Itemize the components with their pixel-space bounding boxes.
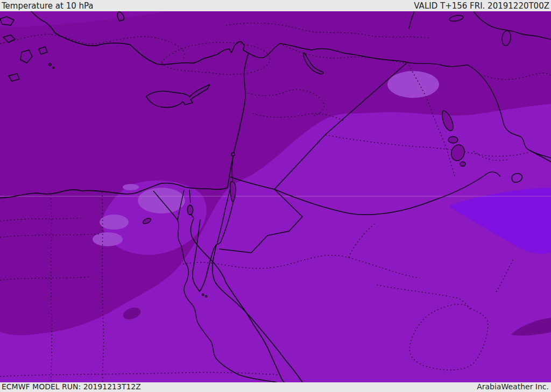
top-bar: Temperature at 10 hPa VALID T+156 FRI. 2… <box>0 0 551 11</box>
weather-map-screenshot: Temperature at 10 hPa VALID T+156 FRI. 2… <box>0 0 551 392</box>
temperature-bands <box>0 11 551 382</box>
valid-time-label: VALID T+156 FRI. 20191220T00Z <box>414 2 549 10</box>
map-canvas <box>0 11 551 382</box>
credit-label: ArabiaWeather Inc. <box>477 383 549 390</box>
forecast-map <box>0 11 551 382</box>
bottom-bar: ECMWF MODEL RUN: 20191213T12Z ArabiaWeat… <box>0 382 551 392</box>
map-title: Temperature at 10 hPa <box>2 2 94 10</box>
model-run-label: ECMWF MODEL RUN: 20191213T12Z <box>2 383 141 390</box>
